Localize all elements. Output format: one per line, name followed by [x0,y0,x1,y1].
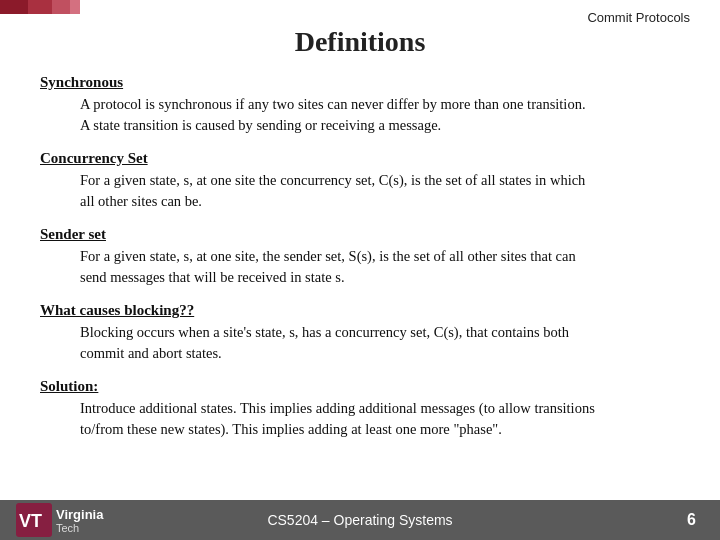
body-blocking: Blocking occurs when a site's state, s, … [40,322,680,364]
body-synchronous: A protocol is synchronous if any two sit… [40,94,680,136]
footer-logo: VT Virginia Tech [16,503,103,537]
footer-tech-label: Tech [56,522,103,534]
definition-blocking: What causes blocking?? Blocking occurs w… [40,302,680,364]
definition-synchronous: Synchronous A protocol is synchronous if… [40,74,680,136]
definition-sender-set: Sender set For a given state, s, at one … [40,226,680,288]
body-solution: Introduce additional states. This implie… [40,398,680,440]
footer-virginia-label: Virginia [56,507,103,522]
svg-text:VT: VT [19,511,42,531]
body-sender-set: For a given state, s, at one site, the s… [40,246,680,288]
term-concurrency-set: Concurrency Set [40,150,680,167]
footer-course-title: CS5204 – Operating Systems [267,512,452,528]
topic-label: Commit Protocols [587,10,690,25]
term-synchronous: Synchronous [40,74,680,91]
vt-logo-icon: VT [16,503,52,537]
term-sender-set: Sender set [40,226,680,243]
header: Commit Protocols Definitions [0,0,720,68]
body-concurrency-set: For a given state, s, at one site the co… [40,170,680,212]
footer: VT Virginia Tech CS5204 – Operating Syst… [0,500,720,540]
definition-solution: Solution: Introduce additional states. T… [40,378,680,440]
definition-concurrency-set: Concurrency Set For a given state, s, at… [40,150,680,212]
page-title: Definitions [295,26,426,58]
main-content: Synchronous A protocol is synchronous if… [0,68,720,460]
term-solution: Solution: [40,378,680,395]
footer-page-number: 6 [687,511,696,529]
term-blocking: What causes blocking?? [40,302,680,319]
